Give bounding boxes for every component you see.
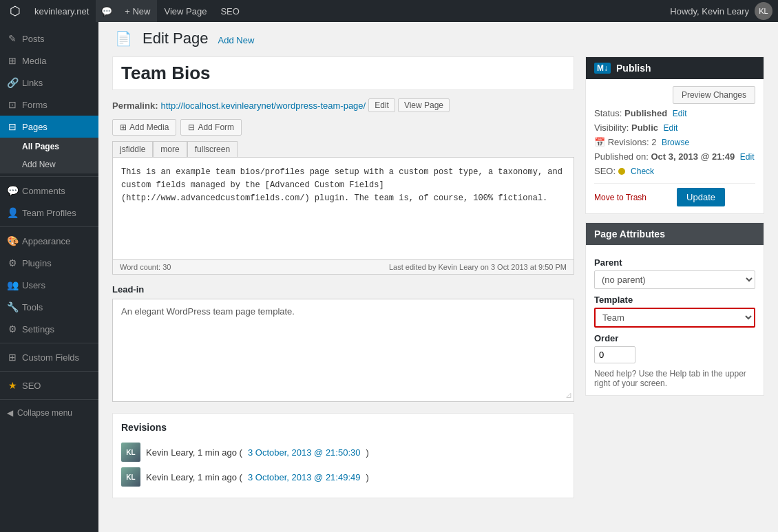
editor-content[interactable]: This is an example team bios/profiles pa… bbox=[112, 157, 574, 260]
publish-title: Publish bbox=[616, 63, 651, 74]
sidebar-panels: M↓ Publish Preview Changes Status: Publi… bbox=[585, 56, 764, 498]
tab-fullscreen[interactable]: fullscreen bbox=[187, 141, 238, 157]
sidebar-item-appearance[interactable]: 🎨 Appearance bbox=[0, 230, 98, 252]
word-count: Word count: 30 bbox=[120, 263, 171, 271]
parent-select[interactable]: (no parent) bbox=[594, 270, 755, 289]
sidebar-item-settings[interactable]: ⚙ Settings bbox=[0, 318, 98, 340]
revision-item: KL Kevin Leary, 1 min ago ( 3 October, 2… bbox=[121, 440, 565, 465]
revision-item-2: KL Kevin Leary, 1 min ago ( 3 October, 2… bbox=[121, 465, 565, 489]
wrap: Permalink: http://localhost.kevinlearyne… bbox=[98, 50, 778, 512]
order-input[interactable] bbox=[594, 346, 635, 363]
move-to-trash-link[interactable]: Move to Trash bbox=[594, 193, 646, 202]
sidebar-item-team-profiles[interactable]: 👤 Team Profiles bbox=[0, 202, 98, 224]
editor-footer: Word count: 30 Last edited by Kevin Lear… bbox=[112, 260, 574, 275]
sidebar-item-comments[interactable]: 💬 Comments bbox=[0, 180, 98, 202]
visibility-row: Visibility: Public Edit bbox=[594, 123, 755, 133]
revisions-count: 2 bbox=[651, 137, 656, 147]
sidebar-item-label: Posts bbox=[22, 34, 45, 44]
wp-logo[interactable]: ⬡ bbox=[6, 1, 25, 21]
sidebar-item-label: Plugins bbox=[22, 258, 52, 268]
seo-text-label: SEO: bbox=[594, 166, 616, 176]
seo-menu[interactable]: SEO bbox=[213, 0, 246, 22]
revision-link-2[interactable]: 3 October, 2013 @ 21:49:49 bbox=[248, 472, 361, 482]
add-media-button[interactable]: ⊞ Add Media bbox=[112, 119, 176, 136]
collapse-menu-button[interactable]: ◀ Collapse menu bbox=[0, 403, 98, 423]
pages-icon: ⊟ bbox=[7, 121, 18, 132]
sidebar-item-label: Tools bbox=[22, 302, 43, 312]
update-button[interactable]: Update bbox=[677, 188, 725, 206]
page-icon: 📄 bbox=[112, 28, 134, 50]
sidebar-item-users[interactable]: 👥 Users bbox=[0, 274, 98, 296]
template-label: Template bbox=[594, 295, 755, 305]
sidebar-item-media[interactable]: ⊞ Media bbox=[0, 50, 98, 72]
tools-icon: 🔧 bbox=[7, 301, 18, 312]
revisions-browse-link[interactable]: Browse bbox=[662, 138, 689, 147]
sidebar-item-seo[interactable]: ★ SEO bbox=[0, 374, 98, 396]
last-edited: Last edited by Kevin Leary on 3 Oct 2013… bbox=[389, 263, 567, 271]
site-name[interactable]: kevinleary.net bbox=[28, 6, 96, 17]
post-editor: Permalink: http://localhost.kevinlearyne… bbox=[112, 56, 574, 498]
sidebar-item-label: Settings bbox=[22, 324, 54, 334]
sidebar-item-label: Forms bbox=[22, 100, 48, 110]
editor-text: This is an example team bios/profiles pa… bbox=[121, 167, 563, 203]
view-page-link[interactable]: View Page bbox=[157, 0, 213, 22]
view-page-button[interactable]: View Page bbox=[398, 98, 450, 112]
add-form-button[interactable]: ⊟ Add Form bbox=[180, 119, 242, 136]
revisions-title: Revisions bbox=[121, 422, 565, 433]
visibility-label: Visibility: bbox=[594, 123, 629, 133]
sidebar-item-label: SEO bbox=[22, 381, 41, 391]
published-on-label: Published on: bbox=[594, 151, 649, 162]
sidebar-item-pages[interactable]: ⊟ Pages bbox=[0, 116, 98, 138]
howdy-text: Howdy, Kevin Leary bbox=[670, 6, 749, 17]
plugins-icon: ⚙ bbox=[7, 257, 18, 268]
visibility-edit-link[interactable]: Edit bbox=[664, 123, 678, 133]
revisions-section: Revisions KL Kevin Leary, 1 min ago ( 3 … bbox=[112, 413, 574, 498]
page-title: Edit Page Add New bbox=[143, 29, 254, 49]
status-label: Status: bbox=[594, 108, 622, 118]
publish-actions: Move to Trash Update bbox=[594, 183, 755, 206]
published-on-row: Published on: Oct 3, 2013 @ 21:49 Edit bbox=[594, 151, 755, 162]
publish-icon: M↓ bbox=[594, 63, 611, 74]
tab-jsfiddle[interactable]: jsfiddle bbox=[112, 141, 153, 157]
permalink-edit-button[interactable]: Edit bbox=[368, 98, 395, 112]
links-icon: 🔗 bbox=[7, 77, 18, 88]
comments-icon[interactable]: 💬 bbox=[96, 0, 118, 22]
submenu-add-new[interactable]: Add New bbox=[0, 156, 98, 173]
permalink-label: Permalink: bbox=[112, 100, 158, 111]
users-icon: 👥 bbox=[7, 279, 18, 290]
collapse-arrow-icon: ◀ bbox=[7, 408, 13, 418]
seo-check-link[interactable]: Check bbox=[631, 167, 654, 176]
sidebar-item-links[interactable]: 🔗 Links bbox=[0, 72, 98, 94]
published-on-value: Oct 3, 2013 @ 21:49 bbox=[651, 151, 735, 162]
revision-link-1[interactable]: 3 October, 2013 @ 21:50:30 bbox=[248, 447, 361, 458]
forms-icon: ⊡ bbox=[7, 99, 18, 110]
tab-more[interactable]: more bbox=[153, 141, 187, 157]
sidebar-item-posts[interactable]: ✎ Posts bbox=[0, 28, 98, 50]
resize-handle: ⊿ bbox=[565, 390, 572, 400]
sidebar-item-custom-fields[interactable]: ⊞ Custom Fields bbox=[0, 346, 98, 368]
submenu-all-pages[interactable]: All Pages bbox=[0, 138, 98, 156]
add-new-link[interactable]: Add New bbox=[218, 35, 255, 45]
add-media-label: Add Media bbox=[129, 123, 169, 132]
post-title-input[interactable] bbox=[121, 63, 565, 84]
comments-menu-icon: 💬 bbox=[7, 185, 18, 196]
lead-in-box[interactable]: An elegant WordPress team page template.… bbox=[112, 299, 574, 402]
preview-changes-button[interactable]: Preview Changes bbox=[673, 86, 755, 104]
sidebar-item-label: Users bbox=[22, 280, 45, 290]
new-button[interactable]: + New bbox=[118, 0, 157, 22]
post-title-area bbox=[112, 56, 574, 90]
revisions-label: Revisions: bbox=[608, 137, 649, 147]
lead-in-label: Lead-in bbox=[112, 284, 574, 295]
revision-author-1: Kevin Leary, 1 min ago ( bbox=[146, 447, 242, 458]
sidebar-item-label: Comments bbox=[22, 186, 65, 196]
template-select[interactable]: Team Default Template Full Width bbox=[596, 309, 754, 326]
calendar-icon: 📅 bbox=[594, 137, 605, 147]
sidebar-item-tools[interactable]: 🔧 Tools bbox=[0, 296, 98, 318]
status-edit-link[interactable]: Edit bbox=[673, 109, 687, 118]
revision-author-2: Kevin Leary, 1 min ago ( bbox=[146, 472, 242, 482]
order-label: Order bbox=[594, 333, 755, 343]
team-profiles-icon: 👤 bbox=[7, 207, 18, 218]
sidebar-item-plugins[interactable]: ⚙ Plugins bbox=[0, 252, 98, 274]
published-edit-link[interactable]: Edit bbox=[740, 152, 755, 162]
sidebar-item-forms[interactable]: ⊡ Forms bbox=[0, 94, 98, 116]
